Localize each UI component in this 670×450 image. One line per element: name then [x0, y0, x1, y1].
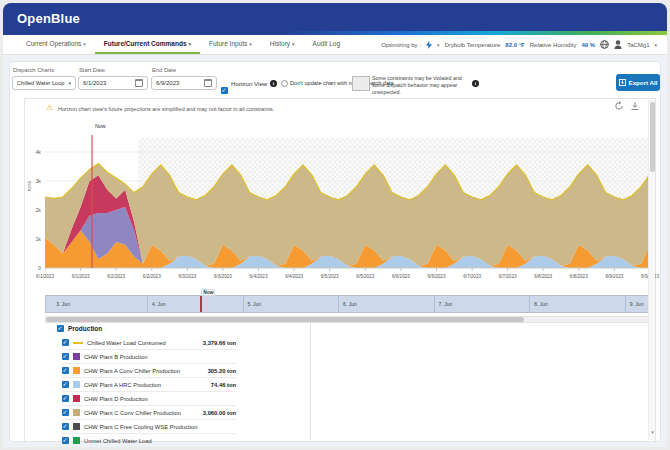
x-tick-label: 6/6/2023: [428, 274, 446, 279]
legend-row-chw-plant-b-production: CHW Plant B Production: [62, 350, 236, 364]
x-tick-label: 6/4/2023: [250, 274, 268, 279]
legend-swatch-icon: [73, 395, 80, 402]
legend-swatch-icon: [73, 381, 80, 388]
legend-checkbox[interactable]: [62, 381, 69, 388]
globe-icon[interactable]: [600, 40, 609, 49]
navigator-separator: [147, 296, 148, 312]
user-icon[interactable]: [614, 40, 622, 49]
warning-icon: ⚠: [46, 103, 53, 112]
calendar-icon[interactable]: [135, 79, 143, 87]
x-tick-label: 6/5/2023: [321, 274, 339, 279]
legend-value: 3,379.66 ton: [203, 340, 236, 346]
navigator-date-label: 3. Jun: [56, 301, 70, 307]
export-all-button[interactable]: Export All: [616, 74, 660, 91]
legend-label: CHW Plant A Conv Chiller Production: [84, 368, 204, 374]
scroll-down-arrow-icon[interactable]: ▼: [649, 430, 656, 435]
legend-label: CHW Plant C Conv Chiller Production: [84, 410, 199, 416]
start-date-input[interactable]: 6/1/2023: [78, 76, 148, 90]
refresh-icon[interactable]: [614, 101, 624, 111]
select-caret-icon: ▾: [68, 80, 71, 86]
x-tick-label: 6/6/2023: [392, 274, 410, 279]
dispatch-charts-select[interactable]: Chilled Water Loop ▾: [12, 76, 76, 90]
legend-checkbox[interactable]: [62, 409, 69, 416]
x-axis-ticks: 6/1/20236/1/20236/2/20236/2/20236/3/2023…: [45, 272, 650, 282]
x-tick-label: 6/8/2023: [534, 274, 552, 279]
navigator-separator: [625, 296, 626, 312]
legend-label: Unmet Chilled Water Load: [84, 438, 232, 444]
export-all-label: Export All: [629, 79, 658, 86]
legend-checkbox[interactable]: [62, 367, 69, 374]
navigator-separator: [434, 296, 435, 312]
now-marker-label: Now: [94, 123, 107, 129]
legend-row-chw-plant-c-conv-chiller-production: CHW Plant C Conv Chiller Production3,060…: [62, 406, 236, 420]
end-date-value: 6/9/2023: [156, 80, 204, 86]
y-tick-label: 1k: [27, 236, 41, 242]
legend-divider: [310, 322, 311, 440]
tab-current-operations[interactable]: Current Operations▾: [17, 35, 95, 54]
legend-swatch-icon: [73, 353, 80, 360]
navigator-separator: [529, 296, 530, 312]
legend-checkbox[interactable]: [62, 437, 69, 444]
start-date-value: 6/1/2023: [83, 80, 135, 86]
tab-label: Audit Log: [313, 40, 340, 47]
end-date-input[interactable]: 6/9/2023: [151, 76, 217, 90]
end-date-label: End Date: [152, 67, 176, 73]
top-navbar: Current Operations▾Future/Current Comman…: [3, 35, 667, 55]
legend-checkbox[interactable]: [62, 423, 69, 430]
tab-future-current-commands[interactable]: Future/Current Commands▾: [95, 35, 200, 54]
stacked-area-chart[interactable]: [45, 122, 650, 272]
tab-label: History: [270, 40, 290, 47]
constraints-swatch: [352, 76, 370, 91]
legend-row-chw-plant-d-production: CHW Plant D Production: [62, 392, 236, 406]
drybulb-value: 82.0 °F: [505, 42, 524, 48]
x-tick-label: 6/9/2023: [605, 274, 623, 279]
tab-future-inputs[interactable]: Future Inputs▾: [200, 35, 261, 54]
legend-checkbox[interactable]: [62, 339, 69, 346]
navbar-right: Optimizing by : ▾ Drybulb Temperature 82…: [381, 35, 667, 54]
legend-header: Production: [57, 325, 102, 332]
horizon-view-checkbox[interactable]: [221, 87, 228, 94]
x-tick-label: 6/7/2023: [463, 274, 481, 279]
horizontal-scrollbar-thumb[interactable]: [46, 317, 524, 322]
app-header: OpenBlue: [3, 3, 667, 31]
tab-audit-log[interactable]: Audit Log: [304, 35, 349, 54]
tab-label: Future/Current Commands: [104, 40, 187, 47]
dont-update-radio[interactable]: [281, 80, 288, 87]
calendar-icon[interactable]: [204, 79, 212, 87]
vertical-scrollbar[interactable]: ▼: [648, 100, 655, 440]
dispatch-charts-label: Dispatch Charts: [13, 67, 54, 73]
constraints-note: Some constraints may be violated and som…: [372, 75, 470, 96]
username[interactable]: TaCMg1: [627, 42, 649, 48]
timeline-navigator[interactable]: 3. Jun4. Jun5. Jun6. Jun7. Jun8. Jun9. J…: [45, 295, 650, 313]
legend-row-chw-plant-a-conv-chiller-production: CHW Plant A Conv Chiller Production305.2…: [62, 364, 236, 378]
x-tick-label: 6/5/2023: [356, 274, 374, 279]
legend-checkbox[interactable]: [62, 353, 69, 360]
y-tick-label: 2k: [27, 207, 41, 213]
legend-header-label: Production: [68, 325, 102, 332]
humidity-value: 49 %: [581, 42, 595, 48]
legend-label: Chilled Water Load Consumed: [87, 340, 199, 346]
x-tick-label: 6/3/2023: [178, 274, 196, 279]
vertical-scrollbar-thumb[interactable]: [650, 102, 655, 172]
legend-label: CHW Plant D Production: [84, 396, 232, 402]
constraints-info-icon[interactable]: i: [472, 80, 479, 87]
production-checkbox[interactable]: [57, 325, 64, 332]
navigator-date-label: 7. Jun: [439, 301, 453, 307]
x-tick-label: 6/2/2023: [107, 274, 125, 279]
x-tick-label: 6/7/2023: [499, 274, 517, 279]
legend-checkbox[interactable]: [62, 395, 69, 402]
y-tick-label: 0: [27, 265, 41, 271]
horizon-view-info-icon[interactable]: i: [270, 80, 277, 87]
horizontal-scrollbar[interactable]: [45, 316, 650, 323]
legend-swatch-icon: [73, 342, 83, 344]
optimizing-caret-icon[interactable]: ▾: [437, 42, 440, 48]
tab-caret-icon: ▾: [249, 41, 252, 47]
navigator-now-line[interactable]: [200, 296, 202, 312]
bolt-icon[interactable]: [426, 41, 432, 49]
tab-history[interactable]: History▾: [261, 35, 304, 54]
user-menu-caret-icon[interactable]: ▾: [654, 42, 657, 48]
app-title: OpenBlue: [17, 11, 80, 26]
navigator-date-label: 6. Jun: [343, 301, 357, 307]
horizon-view-label: Horizon View: [231, 80, 267, 87]
download-icon[interactable]: [630, 101, 640, 111]
